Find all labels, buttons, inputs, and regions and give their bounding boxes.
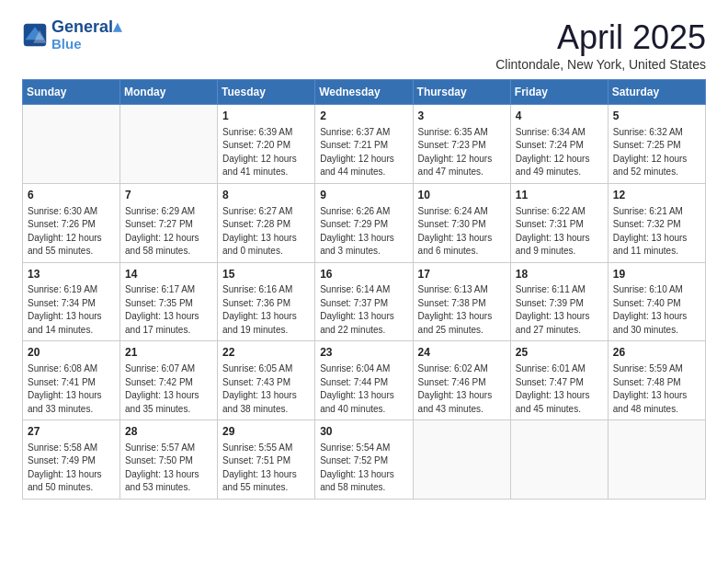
calendar-cell: 26Sunrise: 5:59 AMSunset: 7:48 PMDayligh… xyxy=(608,341,705,420)
calendar-cell: 18Sunrise: 6:11 AMSunset: 7:39 PMDayligh… xyxy=(510,262,608,341)
logo-icon xyxy=(22,22,48,48)
calendar-cell: 21Sunrise: 6:07 AMSunset: 7:42 PMDayligh… xyxy=(120,341,218,420)
title-block: April 2025 Clintondale, New York, United… xyxy=(495,18,706,72)
calendar-cell: 1Sunrise: 6:39 AMSunset: 7:20 PMDaylight… xyxy=(218,105,315,184)
calendar-cell: 27Sunrise: 5:58 AMSunset: 7:49 PMDayligh… xyxy=(23,420,120,500)
day-number: 17 xyxy=(418,267,506,282)
day-number: 19 xyxy=(613,267,700,282)
day-info: Sunrise: 6:32 AMSunset: 7:25 PMDaylight:… xyxy=(613,126,700,179)
col-header-tuesday: Tuesday xyxy=(218,80,315,105)
day-info: Sunrise: 5:58 AMSunset: 7:49 PMDaylight:… xyxy=(28,442,115,495)
calendar-cell: 30Sunrise: 5:54 AMSunset: 7:52 PMDayligh… xyxy=(315,420,413,500)
week-row-2: 6Sunrise: 6:30 AMSunset: 7:26 PMDaylight… xyxy=(23,183,706,262)
day-number: 9 xyxy=(320,188,407,203)
calendar-cell xyxy=(608,420,705,500)
calendar-cell: 19Sunrise: 6:10 AMSunset: 7:40 PMDayligh… xyxy=(608,262,705,341)
calendar-cell: 24Sunrise: 6:02 AMSunset: 7:46 PMDayligh… xyxy=(413,341,510,420)
calendar-cell: 17Sunrise: 6:13 AMSunset: 7:38 PMDayligh… xyxy=(413,262,510,341)
day-number: 8 xyxy=(222,188,310,203)
day-number: 15 xyxy=(222,267,310,282)
day-info: Sunrise: 6:30 AMSunset: 7:26 PMDaylight:… xyxy=(28,205,115,259)
week-row-5: 27Sunrise: 5:58 AMSunset: 7:49 PMDayligh… xyxy=(23,420,706,500)
day-info: Sunrise: 6:21 AMSunset: 7:32 PMDaylight:… xyxy=(613,205,700,259)
calendar-cell: 20Sunrise: 6:08 AMSunset: 7:41 PMDayligh… xyxy=(23,341,120,420)
header-row: SundayMondayTuesdayWednesdayThursdayFrid… xyxy=(23,80,706,105)
calendar-cell: 6Sunrise: 6:30 AMSunset: 7:26 PMDaylight… xyxy=(23,183,120,262)
calendar-cell: 12Sunrise: 6:21 AMSunset: 7:32 PMDayligh… xyxy=(608,183,705,262)
calendar-cell: 14Sunrise: 6:17 AMSunset: 7:35 PMDayligh… xyxy=(120,262,218,341)
day-number: 30 xyxy=(320,424,407,440)
calendar-cell: 10Sunrise: 6:24 AMSunset: 7:30 PMDayligh… xyxy=(413,183,510,262)
week-row-3: 13Sunrise: 6:19 AMSunset: 7:34 PMDayligh… xyxy=(23,262,706,341)
day-info: Sunrise: 6:26 AMSunset: 7:29 PMDaylight:… xyxy=(320,205,407,259)
week-row-1: 1Sunrise: 6:39 AMSunset: 7:20 PMDaylight… xyxy=(23,105,706,184)
day-number: 23 xyxy=(320,345,407,361)
day-info: Sunrise: 6:27 AMSunset: 7:28 PMDaylight:… xyxy=(222,205,310,259)
day-number: 20 xyxy=(28,345,115,361)
day-number: 12 xyxy=(613,188,700,203)
location: Clintondale, New York, United States xyxy=(495,57,706,72)
col-header-saturday: Saturday xyxy=(608,80,705,105)
col-header-sunday: Sunday xyxy=(23,80,120,105)
day-number: 3 xyxy=(418,109,506,124)
calendar-cell xyxy=(23,105,120,184)
day-info: Sunrise: 5:55 AMSunset: 7:51 PMDaylight:… xyxy=(222,442,310,495)
logo-text: General▴ Blue xyxy=(51,18,121,52)
day-info: Sunrise: 6:29 AMSunset: 7:27 PMDaylight:… xyxy=(125,205,212,259)
day-info: Sunrise: 6:05 AMSunset: 7:43 PMDaylight:… xyxy=(222,362,310,416)
day-number: 24 xyxy=(418,345,506,361)
day-info: Sunrise: 6:19 AMSunset: 7:34 PMDaylight:… xyxy=(28,283,115,337)
day-info: Sunrise: 6:14 AMSunset: 7:37 PMDaylight:… xyxy=(320,283,407,337)
day-info: Sunrise: 5:57 AMSunset: 7:50 PMDaylight:… xyxy=(125,442,212,495)
page-header: General▴ Blue April 2025 Clintondale, Ne… xyxy=(22,18,706,72)
calendar-cell: 25Sunrise: 6:01 AMSunset: 7:47 PMDayligh… xyxy=(510,341,608,420)
calendar-cell: 9Sunrise: 6:26 AMSunset: 7:29 PMDaylight… xyxy=(315,183,413,262)
day-info: Sunrise: 6:17 AMSunset: 7:35 PMDaylight:… xyxy=(125,283,212,337)
day-number: 21 xyxy=(125,345,212,361)
calendar-cell: 23Sunrise: 6:04 AMSunset: 7:44 PMDayligh… xyxy=(315,341,413,420)
day-number: 22 xyxy=(222,345,310,361)
day-info: Sunrise: 6:39 AMSunset: 7:20 PMDaylight:… xyxy=(222,126,310,179)
col-header-friday: Friday xyxy=(510,80,608,105)
calendar-cell xyxy=(510,420,608,500)
day-info: Sunrise: 6:13 AMSunset: 7:38 PMDaylight:… xyxy=(418,283,506,337)
calendar-cell: 5Sunrise: 6:32 AMSunset: 7:25 PMDaylight… xyxy=(608,105,705,184)
calendar-cell: 11Sunrise: 6:22 AMSunset: 7:31 PMDayligh… xyxy=(510,183,608,262)
day-number: 1 xyxy=(222,109,310,124)
calendar-cell xyxy=(120,105,218,184)
month-title: April 2025 xyxy=(495,18,706,57)
day-number: 26 xyxy=(613,345,700,361)
calendar-cell: 7Sunrise: 6:29 AMSunset: 7:27 PMDaylight… xyxy=(120,183,218,262)
calendar-cell: 15Sunrise: 6:16 AMSunset: 7:36 PMDayligh… xyxy=(218,262,315,341)
calendar-cell: 28Sunrise: 5:57 AMSunset: 7:50 PMDayligh… xyxy=(120,420,218,500)
day-info: Sunrise: 6:08 AMSunset: 7:41 PMDaylight:… xyxy=(28,362,115,416)
day-info: Sunrise: 6:37 AMSunset: 7:21 PMDaylight:… xyxy=(320,126,407,179)
day-number: 10 xyxy=(418,188,506,203)
day-info: Sunrise: 6:04 AMSunset: 7:44 PMDaylight:… xyxy=(320,362,407,416)
col-header-monday: Monday xyxy=(120,80,218,105)
day-info: Sunrise: 5:54 AMSunset: 7:52 PMDaylight:… xyxy=(320,442,407,495)
day-number: 18 xyxy=(516,267,603,282)
day-number: 28 xyxy=(125,424,212,440)
day-number: 2 xyxy=(320,109,407,124)
calendar-cell xyxy=(413,420,510,500)
col-header-thursday: Thursday xyxy=(413,80,510,105)
day-info: Sunrise: 6:24 AMSunset: 7:30 PMDaylight:… xyxy=(418,205,506,259)
day-info: Sunrise: 5:59 AMSunset: 7:48 PMDaylight:… xyxy=(613,362,700,416)
calendar-cell: 2Sunrise: 6:37 AMSunset: 7:21 PMDaylight… xyxy=(315,105,413,184)
logo: General▴ Blue xyxy=(22,18,121,52)
day-info: Sunrise: 6:34 AMSunset: 7:24 PMDaylight:… xyxy=(516,126,603,179)
calendar-cell: 16Sunrise: 6:14 AMSunset: 7:37 PMDayligh… xyxy=(315,262,413,341)
day-info: Sunrise: 6:10 AMSunset: 7:40 PMDaylight:… xyxy=(613,283,700,337)
day-info: Sunrise: 6:07 AMSunset: 7:42 PMDaylight:… xyxy=(125,362,212,416)
calendar-cell: 13Sunrise: 6:19 AMSunset: 7:34 PMDayligh… xyxy=(23,262,120,341)
day-info: Sunrise: 6:01 AMSunset: 7:47 PMDaylight:… xyxy=(516,362,603,416)
day-number: 6 xyxy=(28,188,115,203)
day-number: 11 xyxy=(516,188,603,203)
day-number: 16 xyxy=(320,267,407,282)
calendar-table: SundayMondayTuesdayWednesdayThursdayFrid… xyxy=(22,79,706,500)
day-info: Sunrise: 6:11 AMSunset: 7:39 PMDaylight:… xyxy=(516,283,603,337)
week-row-4: 20Sunrise: 6:08 AMSunset: 7:41 PMDayligh… xyxy=(23,341,706,420)
calendar-cell: 29Sunrise: 5:55 AMSunset: 7:51 PMDayligh… xyxy=(218,420,315,500)
day-number: 29 xyxy=(222,424,310,440)
